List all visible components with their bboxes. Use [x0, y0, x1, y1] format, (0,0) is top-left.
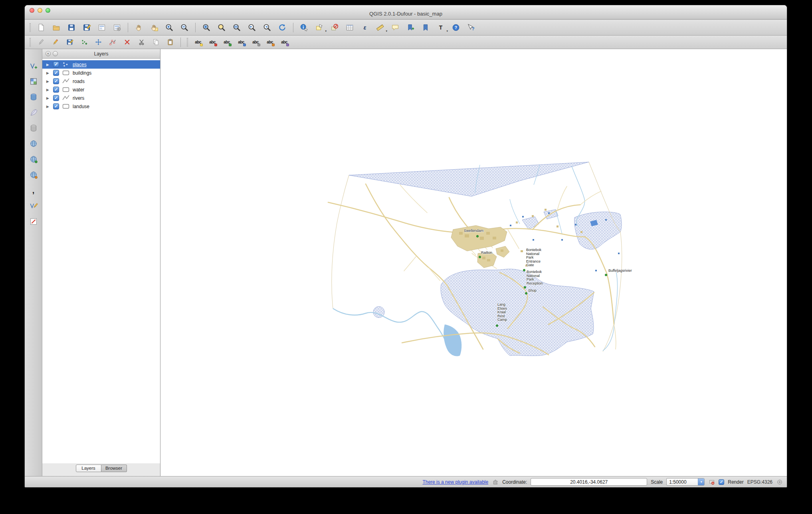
save-project-button[interactable] — [65, 22, 78, 33]
tab-layers[interactable]: Layers — [76, 465, 101, 472]
expand-arrow-icon[interactable]: ▶ — [46, 63, 50, 67]
identify-features-button[interactable] — [298, 22, 311, 33]
map-canvas[interactable]: Swellendam Railton Bontebok National Par… — [160, 49, 787, 476]
field-calculator-button[interactable]: ε — [358, 22, 371, 33]
point-layer-icon — [62, 61, 70, 67]
help-contents-button[interactable] — [450, 22, 462, 33]
zoom-window-button[interactable] — [46, 8, 50, 13]
open-project-button[interactable] — [50, 22, 63, 33]
toolbar-grip[interactable] — [187, 38, 188, 47]
layer-checkbox[interactable]: ✓ — [53, 78, 59, 84]
crs-status-icon[interactable] — [776, 478, 783, 485]
zoom-to-selection-button[interactable] — [215, 22, 228, 33]
layer-checkbox[interactable]: ✓ — [53, 70, 59, 76]
select-features-button[interactable]: ▾ — [313, 22, 326, 33]
add-wms-layer-button[interactable] — [27, 138, 40, 149]
show-hide-labels-button[interactable]: abc — [235, 38, 247, 47]
text-annotation-button[interactable]: T▾ — [434, 22, 447, 33]
plugin-icon[interactable] — [492, 478, 499, 485]
expand-arrow-icon[interactable]: ▶ — [46, 79, 50, 83]
layer-checkbox[interactable]: ✓ — [53, 103, 59, 109]
delete-selected-button[interactable] — [121, 38, 133, 47]
whats-this-button[interactable] — [465, 22, 477, 33]
zoom-last-button[interactable] — [246, 22, 258, 33]
add-postgis-layer-button[interactable] — [27, 91, 40, 103]
layer-checkbox[interactable]: ✓ — [53, 61, 59, 67]
copy-features-button[interactable] — [150, 38, 162, 47]
panel-float-button[interactable] — [53, 51, 58, 56]
new-shapefile-layer-button[interactable] — [27, 200, 40, 212]
current-edits-button[interactable] — [35, 38, 47, 47]
measure-button[interactable]: ▾ — [374, 22, 386, 33]
globe-green-icon — [29, 155, 38, 164]
add-raster-layer-button[interactable] — [27, 76, 40, 87]
cut-features-button[interactable] — [135, 38, 147, 47]
zoom-out-button[interactable] — [178, 22, 191, 33]
toggle-editing-button[interactable] — [49, 38, 61, 47]
database-gray-icon — [29, 124, 38, 132]
layer-item-rivers[interactable]: ▶ ✓ rivers — [42, 94, 160, 102]
layer-item-buildings[interactable]: ▶ ✓ buildings — [42, 69, 160, 77]
change-label-properties-button[interactable]: abc — [278, 38, 290, 47]
clipboard-icon — [166, 38, 174, 46]
add-wcs-layer-button[interactable] — [27, 154, 40, 165]
save-layer-edits-button[interactable] — [63, 38, 75, 47]
show-bookmarks-button[interactable] — [419, 22, 432, 33]
pan-map-button[interactable] — [133, 22, 145, 33]
minimize-window-button[interactable] — [38, 8, 42, 13]
layer-checkbox[interactable]: ✓ — [53, 95, 59, 101]
zoom-next-button[interactable] — [261, 22, 273, 33]
new-project-button[interactable] — [35, 22, 48, 33]
expand-arrow-icon[interactable]: ▶ — [46, 96, 50, 100]
zoom-full-button[interactable] — [200, 22, 213, 33]
expand-arrow-icon[interactable]: ▶ — [46, 71, 50, 75]
scale-combo[interactable]: 1:50000 ▾ — [666, 478, 705, 486]
toolbar-grip[interactable] — [30, 38, 31, 47]
save-project-as-button[interactable] — [80, 22, 93, 33]
paste-features-button[interactable] — [164, 38, 176, 47]
layer-item-landuse[interactable]: ▶ ✓ landuse — [42, 102, 160, 111]
chevron-down-icon: ▾ — [325, 30, 327, 33]
close-window-button[interactable] — [30, 8, 34, 13]
add-spatialite-layer-button[interactable] — [27, 107, 40, 118]
layer-labeling-options-button[interactable]: abc — [192, 38, 204, 47]
map-tips-button[interactable] — [389, 22, 402, 33]
node-tool-button[interactable] — [107, 38, 119, 47]
add-wfs-layer-button[interactable] — [27, 169, 40, 180]
titlebar[interactable]: QGIS 2.0.1-Dufour - basic_map — [25, 5, 787, 20]
new-print-composer-button[interactable] — [95, 22, 108, 33]
rotate-label-button[interactable]: abc — [264, 38, 276, 47]
coordinate-input[interactable] — [531, 478, 647, 486]
expand-arrow-icon[interactable]: ▶ — [46, 88, 50, 92]
panel-close-button[interactable]: × — [46, 51, 51, 56]
remove-layer-button[interactable] — [27, 216, 40, 227]
new-bookmark-button[interactable] — [404, 22, 417, 33]
layer-item-water[interactable]: ▶ ✓ water — [42, 85, 160, 94]
layer-checkbox[interactable]: ✓ — [53, 87, 59, 93]
pan-to-selection-button[interactable] — [148, 22, 160, 33]
label-badge-icon — [214, 43, 217, 46]
refresh-map-button[interactable] — [276, 22, 289, 33]
zoom-in-button[interactable] — [163, 22, 176, 33]
deselect-features-button[interactable] — [328, 22, 341, 33]
add-feature-button[interactable] — [78, 38, 90, 47]
stop-render-icon[interactable] — [708, 478, 715, 485]
add-delimited-text-layer-button[interactable]: , — [27, 185, 40, 196]
layer-item-places[interactable]: ▶ ✓ places — [42, 60, 160, 69]
composer-manager-button[interactable] — [111, 22, 123, 33]
tab-browser[interactable]: Browser — [101, 465, 127, 472]
expand-arrow-icon[interactable]: ▶ — [46, 105, 50, 109]
add-mssql-layer-button[interactable] — [27, 123, 40, 134]
render-checkbox[interactable]: ✓ — [719, 479, 724, 485]
pin-labels-button[interactable]: abc — [206, 38, 218, 47]
move-label-button[interactable]: abc — [250, 38, 261, 47]
highlight-pinned-labels-button[interactable]: abc — [221, 38, 233, 47]
move-feature-button[interactable] — [92, 38, 104, 47]
zoom-to-layer-button[interactable] — [230, 22, 243, 33]
add-vector-layer-button[interactable] — [27, 60, 40, 71]
new-plugin-link[interactable]: There is a new plugin available — [422, 479, 488, 485]
layer-item-roads[interactable]: ▶ ✓ roads — [42, 77, 160, 85]
zoom-selection-icon — [217, 23, 226, 32]
toolbar-grip[interactable] — [30, 23, 31, 32]
open-attribute-table-button[interactable] — [343, 22, 356, 33]
